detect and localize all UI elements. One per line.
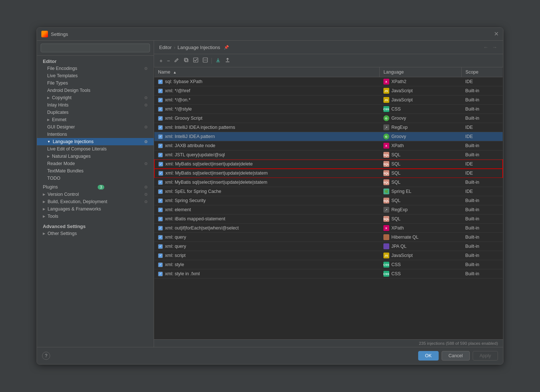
sidebar-item-gui-designer[interactable]: GUI Designer ⚙ <box>37 123 154 131</box>
row-checkbox[interactable] <box>158 143 163 148</box>
textmate-bundles-label: TextMate Bundles <box>47 168 83 173</box>
sidebar-item-reader-mode[interactable]: Reader Mode ⚙ <box>37 160 154 167</box>
natural-languages-label: Natural Languages <box>52 154 91 159</box>
table-row[interactable]: xml: script JS JavaScript Built-in <box>154 251 503 260</box>
sidebar-item-live-templates[interactable]: Live Templates <box>37 72 154 79</box>
close-button[interactable]: ✕ <box>494 31 499 37</box>
row-checkbox[interactable] <box>158 226 163 231</box>
row-checkbox[interactable] <box>158 162 163 167</box>
table-row[interactable]: xml: IntelliJ IDEA injection patterns .*… <box>154 123 503 132</box>
sidebar-item-language-injections[interactable]: ▼ Language Injections ⚙ <box>37 138 154 145</box>
table-row[interactable]: xml: IntelliJ IDEA pattern G Groovy IDE <box>154 132 503 141</box>
sidebar-item-file-types[interactable]: File Types <box>37 79 154 87</box>
table-row[interactable]: xml: style CSS CSS Built-in <box>154 260 503 269</box>
sidebar-item-natural-languages[interactable]: ▶ Natural Languages <box>37 153 154 160</box>
row-checkbox[interactable] <box>158 116 163 121</box>
check-button[interactable] <box>191 56 200 65</box>
table-row[interactable]: xml: */@on.* JS JavaScript Built-in <box>154 96 503 105</box>
name-cell: xml: MyBatis sql|select|insert|update|de… <box>154 169 380 178</box>
table-header: Name ▲ Language Scope <box>154 67 503 77</box>
name-cell: xml: style <box>154 260 380 269</box>
row-checkbox[interactable] <box>158 98 163 102</box>
lang-icon: X <box>383 143 389 149</box>
sidebar-item-languages-frameworks[interactable]: ▶ Languages & Frameworks <box>37 205 154 213</box>
cancel-button[interactable]: Cancel <box>442 351 470 361</box>
table-row[interactable]: xml: query JPA QL Built-in <box>154 242 503 251</box>
todo-label: TODO <box>47 176 60 181</box>
name-cell: xml: element <box>154 205 380 214</box>
row-checkbox[interactable] <box>158 134 163 139</box>
table-row[interactable]: xml: MyBatis sql|select|insert|update|de… <box>154 178 503 187</box>
table-row[interactable]: xml: element .* RegExp Built-in <box>154 205 503 214</box>
sidebar-item-emmet[interactable]: ▶ Emmet <box>37 116 154 123</box>
injections-table-container[interactable]: Name ▲ Language Scope <box>154 67 503 339</box>
import-up-button[interactable] <box>223 56 232 65</box>
row-checkbox[interactable] <box>158 153 163 157</box>
sidebar-item-duplicates[interactable]: Duplicates <box>37 109 154 116</box>
row-checkbox[interactable] <box>158 79 163 84</box>
settings-window: Settings ✕ Editor File Encodings ⚙ Live … <box>37 27 503 365</box>
lang-icon: 🌿 <box>383 188 389 194</box>
live-templates-label: Live Templates <box>47 73 78 78</box>
row-checkbox[interactable] <box>158 244 163 249</box>
lang-name: Hibernate QL <box>391 235 419 240</box>
table-row[interactable]: xml: Spring Security SQL SQL Built-in <box>154 196 503 205</box>
back-arrow[interactable]: ← <box>483 44 489 51</box>
row-checkbox[interactable] <box>158 208 163 212</box>
row-checkbox[interactable] <box>158 217 163 221</box>
row-name: xml: JAXB attribute node <box>165 143 215 148</box>
chevron-down-icon: ▼ <box>47 140 50 143</box>
row-checkbox[interactable] <box>158 125 163 130</box>
row-checkbox[interactable] <box>158 180 163 185</box>
apply-button[interactable]: Apply <box>473 351 498 361</box>
sidebar-item-intentions[interactable]: Intentions <box>37 131 154 138</box>
sidebar-item-todo[interactable]: TODO <box>37 175 154 182</box>
toggle-button[interactable] <box>201 56 210 65</box>
add-button[interactable]: + <box>158 57 164 65</box>
sidebar-item-version-control[interactable]: ▶ Version Control ⚙ <box>37 191 154 198</box>
remove-button[interactable]: − <box>165 57 172 65</box>
copy-button[interactable] <box>182 56 191 65</box>
sidebar-item-build-execution-deployment[interactable]: ▶ Build, Execution, Deployment ⚙ <box>37 198 154 205</box>
row-checkbox[interactable] <box>158 189 163 194</box>
edit-button[interactable] <box>172 56 181 65</box>
sidebar-item-file-encodings[interactable]: File Encodings ⚙ <box>37 65 154 72</box>
sidebar-item-textmate-bundles[interactable]: TextMate Bundles <box>37 167 154 175</box>
table-row[interactable]: xml: Groovy Script G Groovy Built-in <box>154 114 503 123</box>
forward-arrow[interactable]: → <box>491 44 498 51</box>
row-checkbox[interactable] <box>158 171 163 176</box>
sidebar-item-android-design-tools[interactable]: Android Design Tools <box>37 87 154 94</box>
table-row[interactable]: xml: */@href JS JavaScript Built-in <box>154 86 503 96</box>
help-button[interactable]: ? <box>42 352 50 360</box>
language-cell: SQL SQL <box>380 150 462 160</box>
row-checkbox[interactable] <box>158 107 163 112</box>
table-row[interactable]: xml: JAXB attribute node X XPath Built-i… <box>154 141 503 150</box>
sidebar-scroll: Editor File Encodings ⚙ Live Templates F… <box>37 56 154 347</box>
table-row[interactable]: xml: */@style CSS CSS Built-in <box>154 105 503 114</box>
row-checkbox[interactable] <box>158 262 163 267</box>
table-row[interactable]: xml: iBatis mapped-statement SQL SQL Bui… <box>154 214 503 224</box>
search-input[interactable] <box>41 44 150 52</box>
table-row[interactable]: xml: MyBatis sql|select|insert|update|de… <box>154 169 503 178</box>
table-row[interactable]: xml: JSTL query|update/@sql SQL SQL Buil… <box>154 150 503 160</box>
ok-button[interactable]: OK <box>418 351 439 361</box>
sidebar-item-live-edit-compose[interactable]: Live Edit of Compose Literals <box>37 145 154 153</box>
row-checkbox[interactable] <box>158 198 163 203</box>
row-checkbox[interactable] <box>158 89 163 93</box>
sidebar-item-copyright[interactable]: ▶ Copyright ⚙ <box>37 94 154 101</box>
row-checkbox[interactable] <box>158 253 163 258</box>
sidebar-item-inlay-hints[interactable]: Inlay Hints ⚙ <box>37 101 154 109</box>
table-row[interactable]: sql: Sybase XPath X XPath2 IDE <box>154 77 503 86</box>
sidebar-item-tools[interactable]: ▶ Tools <box>37 213 154 220</box>
row-checkbox[interactable] <box>158 272 163 276</box>
table-row[interactable]: xml: style in .fxml CSS CSS Built-in <box>154 269 503 279</box>
sidebar-item-plugins[interactable]: Plugins 3 ⚙ <box>37 183 154 191</box>
row-name: xml: iBatis mapped-statement <box>165 216 225 221</box>
table-row[interactable]: xml: MyBatis sql|select|insert|update|de… <box>154 160 503 169</box>
row-checkbox[interactable] <box>158 235 163 240</box>
table-row[interactable]: xml: query Hibernate QL Built-in <box>154 233 503 242</box>
sidebar-item-other-settings[interactable]: ▶ Other Settings <box>37 230 154 237</box>
table-row[interactable]: xml: out|if|forEach|set|when/@select X X… <box>154 224 503 233</box>
table-row[interactable]: xml: SpEL for Spring Cache 🌿 Spring EL I… <box>154 187 503 196</box>
import-down-button[interactable] <box>214 56 222 65</box>
